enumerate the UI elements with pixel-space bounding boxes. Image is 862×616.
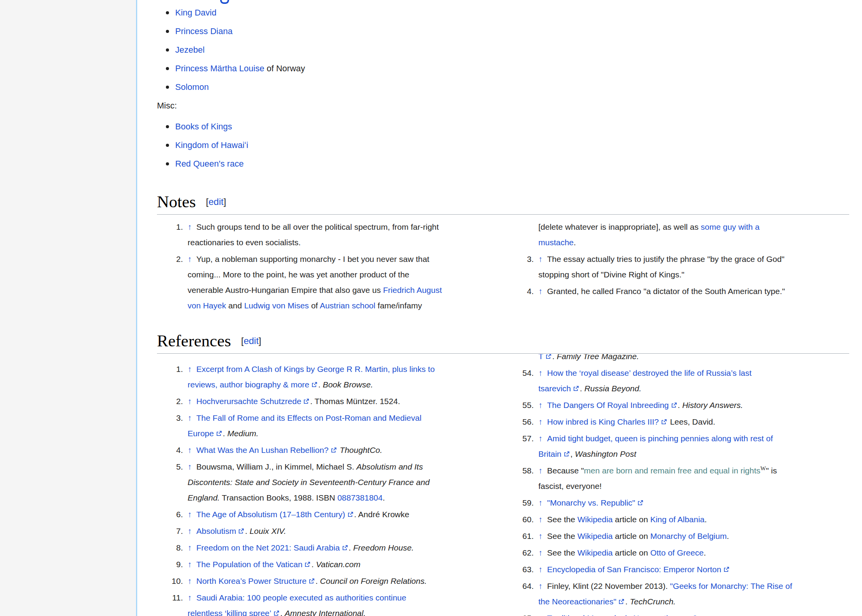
list-number: 4. [508,284,534,299]
backlink-arrow[interactable]: ↑ [538,287,543,296]
external-link-icon[interactable] [216,430,222,437]
backlink-arrow[interactable]: ↑ [538,532,543,540]
wiki-link[interactable]: The Age of Absolutism (17–18th Century) [197,510,345,519]
backlink-arrow[interactable]: ↑ [538,401,543,410]
backlink-arrow[interactable]: ↑ [188,527,192,535]
backlink-arrow[interactable]: ↑ [188,255,192,263]
backlink-arrow[interactable]: ↑ [188,413,192,422]
backlink-arrow[interactable]: ↑ [538,582,543,590]
backlink-arrow[interactable]: ↑ [188,397,192,406]
backlink-arrow[interactable]: ↑ [188,593,192,602]
wiki-link[interactable]: T [538,354,543,361]
list-number [508,219,534,250]
wiki-link[interactable]: Solomon [175,82,209,92]
wiki-link[interactable]: The Population of the Vatican [197,560,303,569]
wiki-link[interactable]: Kingdom of Hawaiʻi [175,140,248,150]
wiki-link[interactable]: How inbred is King Charles III? [547,417,659,426]
wiki-link[interactable]: Wikipedia [578,515,613,524]
wiki-link[interactable]: Absolutism [197,527,236,535]
external-link-icon[interactable] [342,545,348,551]
external-link-icon[interactable] [347,511,353,518]
backlink-arrow[interactable]: ↑ [538,368,543,377]
external-link-icon[interactable] [303,398,309,404]
work-title: Washington Post [575,449,636,458]
backlink-arrow[interactable]: ↑ [538,498,543,507]
external-link-icon[interactable] [331,447,337,453]
external-link-icon[interactable] [573,385,579,392]
external-link-icon[interactable] [564,451,570,457]
wiki-link[interactable]: North Korea’s Power Structure [197,576,307,585]
text: . [552,354,557,361]
wiki-link[interactable]: Ludwig von Mises [244,301,309,310]
text: See the [547,515,578,524]
backlink-arrow[interactable]: ↑ [538,255,543,263]
external-link-icon[interactable] [661,419,667,425]
wiki-link[interactable]: "Monarchy vs. Republic" [547,498,635,507]
list-number: 1. [157,361,183,392]
external-link-icon[interactable] [637,500,643,506]
backlink-arrow[interactable]: ↑ [538,466,543,475]
external-link-icon[interactable] [309,578,315,584]
wiki-link[interactable]: Princess Märtha Louise [175,64,264,73]
backlink-arrow[interactable]: ↑ [538,565,543,574]
backlink-arrow[interactable]: ↑ [538,548,543,557]
backlink-arrow[interactable]: ↑ [188,560,192,569]
wiki-link[interactable]: King David [175,8,216,17]
wiki-link[interactable]: 0887381804 [337,493,383,502]
work-title: TechCrunch. [630,597,676,606]
external-link-icon[interactable] [311,382,317,388]
text: . [311,560,316,569]
text: The essay actually tries to justify the … [538,255,784,279]
backlink-arrow[interactable]: ↑ [538,417,543,426]
wiki-link[interactable]: The Dangers Of Royal Inbreeding [547,401,669,410]
wikipedia-indicator[interactable]: W [760,465,766,471]
edit-section-link[interactable]: edit [244,336,259,346]
list-number: 61. [508,528,534,544]
wiki-link[interactable]: Encyclopedia of San Francisco: Emperor N… [547,565,721,574]
wiki-link[interactable]: Traditional Monarchy is Neoreactionary [547,614,689,616]
wiki-link[interactable]: Red Queen's race [175,159,244,169]
wiki-link[interactable]: Princess Diana [175,26,233,36]
backlink-arrow[interactable]: ↑ [538,515,543,524]
backlink-arrow[interactable]: ↑ [188,543,192,552]
backlink-arrow[interactable]: ↑ [188,576,192,585]
wiki-link[interactable]: King of Albania [650,515,705,524]
backlink-arrow[interactable]: ↑ [188,462,192,471]
wiki-link[interactable]: Hochverursachte Schutzrede [197,397,302,406]
edit-bracket-open: [ [206,196,209,207]
reference-item: 2.↑Hochverursachte Schutzrede. Thomas Mü… [157,394,514,409]
list-number [508,354,534,364]
wiki-link[interactable]: What Was the An Lushan Rebellion? [197,446,329,454]
external-link-icon[interactable] [723,566,729,573]
wiki-link[interactable]: Freedom on the Net 2021: Saudi Arabia [197,543,340,552]
wiki-link[interactable]: Jezebel [175,45,205,55]
external-link-icon[interactable] [618,599,624,605]
interwiki-link[interactable]: men are born and remain free and equal i… [584,466,760,475]
external-link-icon[interactable] [545,354,552,360]
edit-section-link[interactable]: edit [209,196,224,207]
backlink-arrow[interactable]: ↑ [188,510,192,519]
section-heading-references: References[edit] [157,332,849,354]
reference-text: ↑Freedom on the Net 2021: Saudi Arabia. … [188,540,414,556]
text: . [625,597,630,606]
backlink-arrow[interactable]: ↑ [538,614,543,616]
external-link-icon[interactable] [273,610,279,616]
wiki-link[interactable]: Otto of Greece [650,548,704,557]
text: . [349,543,353,552]
external-link-icon[interactable] [671,402,677,408]
wiki-link[interactable]: Wikipedia [578,532,613,540]
wiki-link[interactable]: Monarchy of Belgium [650,532,727,540]
list-item: King David [157,6,738,19]
wiki-link[interactable]: Wikipedia [578,548,613,557]
external-link-icon[interactable] [304,561,310,568]
list-number: 7. [157,523,183,539]
backlink-arrow[interactable]: ↑ [188,222,192,231]
wiki-link[interactable]: Austrian school [320,301,376,310]
wiki-link[interactable]: How the ‘royal disease’ destroyed the li… [538,368,752,393]
external-link-icon[interactable] [238,528,244,534]
wiki-link[interactable]: Books of Kings [175,122,232,131]
backlink-arrow[interactable]: ↑ [188,446,192,454]
backlink-arrow[interactable]: ↑ [538,434,543,443]
text: . André Krowke [354,510,409,519]
backlink-arrow[interactable]: ↑ [188,365,192,373]
